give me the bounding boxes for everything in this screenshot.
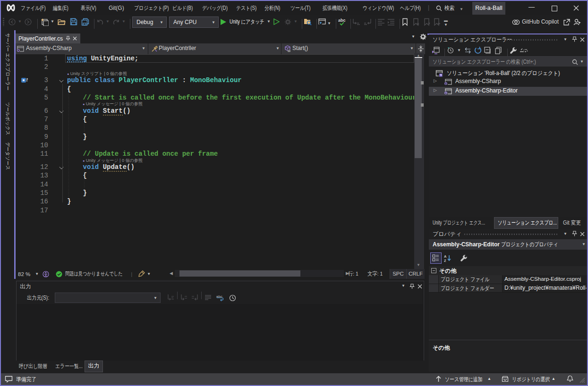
svg-text:abc: abc xyxy=(216,294,222,299)
svg-text:Z: Z xyxy=(444,259,446,262)
svg-text:abc: abc xyxy=(338,18,346,23)
